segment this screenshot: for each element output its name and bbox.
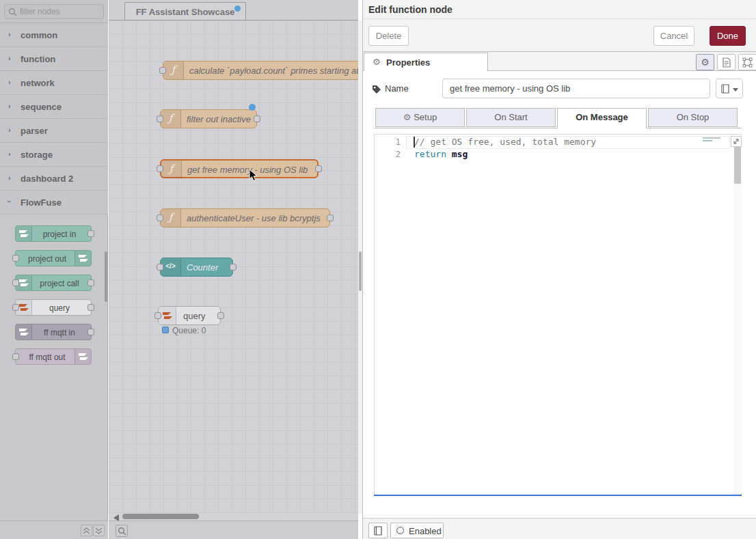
name-label: Name xyxy=(385,83,409,94)
status-dot xyxy=(162,327,169,333)
library-button[interactable] xyxy=(716,79,743,98)
node-name-input[interactable] xyxy=(442,79,710,98)
node-port-output[interactable] xyxy=(87,304,94,311)
node-port-output[interactable] xyxy=(87,279,94,286)
node-port-output[interactable] xyxy=(217,312,224,319)
gear-icon: ⚙ xyxy=(373,57,381,67)
node-port-output[interactable] xyxy=(87,230,94,237)
node-port-input[interactable] xyxy=(157,215,163,221)
palette-category-flowfuse[interactable]: ›FlowFuse xyxy=(0,191,108,215)
category-label: sequence xyxy=(21,102,62,112)
node-label: get free memory - using OS lib xyxy=(187,165,308,175)
palette-node-ff-mqtt-in[interactable]: ff mqtt in xyxy=(15,324,92,340)
node-port-input[interactable] xyxy=(12,255,19,262)
node-port-output[interactable] xyxy=(327,215,334,221)
node-port-output[interactable] xyxy=(254,115,260,122)
tag-icon xyxy=(372,85,381,94)
palette-expand-all-button[interactable] xyxy=(93,525,105,536)
flow-canvas[interactable]: FF Assistant Showcase ƒ calculate `paylo… xyxy=(109,0,358,539)
edit-panel-footer: Enabled xyxy=(363,518,756,539)
node-port-input[interactable] xyxy=(159,67,166,74)
node-port-input[interactable] xyxy=(157,264,163,271)
palette-category-sequence[interactable]: ›sequence xyxy=(0,95,108,119)
flow-node-filter-out-inactive[interactable]: ƒ filter out inactive xyxy=(160,109,257,128)
footer-library-button[interactable] xyxy=(368,523,388,538)
mouse-cursor xyxy=(249,169,258,182)
node-enabled-toggle[interactable]: Enabled xyxy=(390,523,444,538)
palette-node-query[interactable]: query xyxy=(15,299,92,316)
tab-properties[interactable]: ⚙ Properties xyxy=(364,53,488,71)
editor-expand-button[interactable] xyxy=(731,136,742,147)
edit-node-panel: Edit function node Delete Cancel Done ⚙ … xyxy=(362,0,756,539)
node-settings-button[interactable]: ⚙ xyxy=(696,54,714,70)
palette-node-ff-mqtt-out[interactable]: ff mqtt out xyxy=(15,348,92,365)
done-button[interactable]: Done xyxy=(710,26,746,46)
node-port-output[interactable] xyxy=(315,165,322,172)
palette-node-label: query xyxy=(16,303,91,313)
code-editor[interactable]: 1 2 // get OS free, used, total memory r… xyxy=(374,134,742,495)
node-changed-indicator xyxy=(249,104,256,111)
edit-panel-toolbar: Delete Cancel Done xyxy=(363,19,756,52)
category-label: network xyxy=(21,78,55,88)
palette-node-project-in[interactable]: project in xyxy=(15,225,92,242)
palette-category-storage[interactable]: ›storage xyxy=(0,143,108,167)
caret-down-icon xyxy=(733,88,738,92)
node-port-output[interactable] xyxy=(230,264,237,271)
flow-node-counter[interactable]: </> Counter xyxy=(160,258,233,277)
expand-icon xyxy=(732,137,740,146)
function-icon: ƒ xyxy=(161,110,181,128)
workspace-tab-label: FF Assistant Showcase xyxy=(125,7,245,17)
line-number: 1 xyxy=(375,137,401,147)
palette-category-parser[interactable]: ›parser xyxy=(0,119,108,143)
canvas-search-button[interactable] xyxy=(116,525,128,537)
flow-node-query[interactable]: query xyxy=(158,306,221,325)
palette-category-function[interactable]: ›function xyxy=(0,47,108,71)
tab-changed-indicator xyxy=(234,5,241,12)
hscroll-thumb[interactable] xyxy=(122,514,199,519)
canvas-vscroll-thumb[interactable] xyxy=(359,251,362,291)
search-icon xyxy=(118,527,126,536)
editor-focus-underline xyxy=(374,495,742,496)
delete-button[interactable]: Delete xyxy=(368,26,409,46)
node-description-button[interactable] xyxy=(717,54,735,70)
editor-minimap xyxy=(703,137,729,145)
palette-node-label: ff mqtt out xyxy=(16,353,91,362)
node-port-input[interactable] xyxy=(157,115,163,122)
palette-node-label: project in xyxy=(16,230,91,239)
node-port-input[interactable] xyxy=(12,353,19,360)
node-appearance-button[interactable] xyxy=(738,54,756,70)
node-port-input[interactable] xyxy=(12,279,19,286)
palette-filter-box[interactable] xyxy=(4,4,104,19)
cancel-button[interactable]: Cancel xyxy=(653,26,694,46)
node-label: calculate `payload.count` primes startin… xyxy=(189,66,358,76)
tab-on-stop[interactable]: On Stop xyxy=(648,108,738,127)
chevron-right-icon: › xyxy=(8,78,11,86)
code-tab-label: On Stop xyxy=(677,112,710,122)
tab-setup[interactable]: ⚙ Setup xyxy=(375,108,465,127)
palette-node-project-call[interactable]: project call xyxy=(15,275,92,291)
book-icon xyxy=(374,526,383,536)
palette-collapse-all-button[interactable] xyxy=(81,525,92,536)
palette-filter-input[interactable] xyxy=(20,5,102,18)
editor-scrollbar[interactable] xyxy=(733,147,742,494)
tab-on-start[interactable]: On Start xyxy=(466,108,556,127)
palette-node-project-out[interactable]: project out xyxy=(15,250,92,266)
palette-category-dashboard2[interactable]: ›dashboard 2 xyxy=(0,167,108,191)
palette-category-common[interactable]: ›common xyxy=(0,23,108,47)
flow-node-calculate-primes[interactable]: ƒ calculate `payload.count` primes start… xyxy=(163,61,358,80)
node-port-input[interactable] xyxy=(157,165,163,172)
flow-node-authenticate-user[interactable]: ƒ authenticateUser - use lib bcryptjs xyxy=(160,208,330,227)
editor-scroll-thumb[interactable] xyxy=(734,147,741,184)
node-port-input[interactable] xyxy=(154,312,161,319)
tab-on-message[interactable]: On Message xyxy=(557,108,647,128)
node-label: authenticateUser - use lib bcryptjs xyxy=(187,213,321,223)
node-label: query xyxy=(183,311,206,321)
palette-scrollbar-thumb[interactable] xyxy=(105,251,107,302)
search-icon xyxy=(8,8,17,16)
node-port-input[interactable] xyxy=(12,304,19,311)
flow-node-get-free-memory[interactable]: ƒ get free memory - using OS lib xyxy=(160,159,319,178)
palette-category-network[interactable]: ›network xyxy=(0,71,108,95)
chevron-right-icon: › xyxy=(8,30,11,38)
node-port-output[interactable] xyxy=(87,329,94,335)
workspace-tab[interactable]: FF Assistant Showcase xyxy=(124,2,246,20)
